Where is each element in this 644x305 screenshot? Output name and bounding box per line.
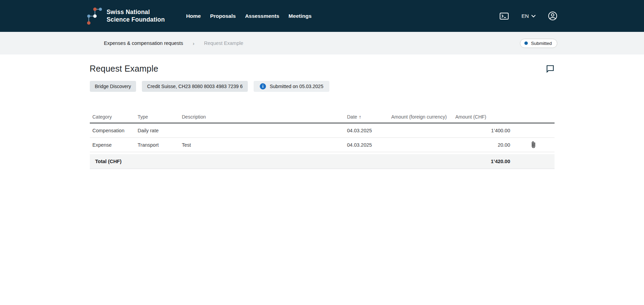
snsf-logo[interactable]: Swiss National Science Foundation (87, 6, 165, 26)
col-header-category: Category (90, 111, 135, 123)
cell-type: Daily rate (135, 128, 179, 133)
breadcrumb-bar: Expenses & compensation requests › Reque… (0, 32, 644, 54)
col-header-date-sortable[interactable]: Date↑ (344, 111, 389, 123)
expenses-request-page: Swiss National Science Foundation Home P… (0, 0, 644, 305)
cell-category: Expense (90, 142, 135, 148)
cell-amount-chf: 1’400.00 (453, 128, 513, 133)
page-title: Request Example (90, 64, 158, 74)
sort-ascending-icon: ↑ (359, 114, 361, 120)
funding-scheme-chip: Bridge Discovery (90, 81, 136, 92)
top-navigation-bar: Swiss National Science Foundation Home P… (0, 0, 644, 32)
cell-date: 04.03.2025 (344, 128, 389, 133)
table-total-row: Total (CHF) 1’420.00 (90, 154, 555, 169)
status-label: Submitted (531, 41, 552, 46)
col-header-amount-foreign: Amount (foreign currency) (389, 111, 453, 123)
comment-icon[interactable] (546, 64, 555, 73)
snsf-logo-text: Swiss National Science Foundation (107, 9, 165, 23)
total-amount-chf: 1’420.00 (453, 159, 513, 164)
cell-amount-chf: 20.00 (453, 142, 513, 148)
cell-category: Compensation (90, 128, 135, 133)
info-icon: i (260, 83, 266, 89)
main-nav: Home Proposals Assessments Meetings (186, 13, 312, 19)
expense-items-table: Category Type Description Date↑ Amount (… (90, 111, 555, 169)
paperclip-icon[interactable] (531, 141, 536, 149)
bank-account-chip: Credit Suisse, CH23 8080 8003 4983 7239 … (142, 81, 248, 92)
cell-attachment (513, 141, 555, 149)
cell-date: 04.03.2025 (344, 142, 389, 148)
breadcrumb-parent-link[interactable]: Expenses & compensation requests (104, 40, 183, 46)
terminal-icon[interactable] (499, 12, 509, 20)
request-detail: Request Example Bridge Discovery Credit … (90, 64, 555, 169)
snsf-logo-icon (87, 6, 103, 26)
breadcrumb-current: Request Example (204, 40, 243, 46)
submitted-info-label: Submitted on 05.03.2025 (270, 84, 323, 89)
top-actions: EN (499, 11, 557, 21)
table-row: Expense Transport Test 04.03.2025 20.00 (90, 138, 555, 152)
language-label: EN (521, 13, 529, 19)
cell-description: Test (179, 142, 344, 148)
col-header-description: Description (179, 111, 344, 123)
request-meta-chips: Bridge Discovery Credit Suisse, CH23 808… (90, 81, 555, 92)
nav-assessments[interactable]: Assessments (245, 13, 279, 19)
nav-meetings[interactable]: Meetings (289, 13, 312, 19)
status-dot-icon (524, 41, 528, 45)
language-selector[interactable]: EN (521, 13, 536, 19)
account-icon[interactable] (548, 11, 557, 21)
nav-proposals[interactable]: Proposals (210, 13, 236, 19)
submitted-info-chip: i Submitted on 05.03.2025 (254, 81, 329, 92)
table-header-row: Category Type Description Date↑ Amount (… (90, 111, 555, 123)
nav-home[interactable]: Home (186, 13, 201, 19)
breadcrumb-chevron-icon: › (193, 40, 194, 46)
table-row: Compensation Daily rate 04.03.2025 1’400… (90, 123, 555, 138)
col-header-attachment (513, 114, 555, 120)
chevron-down-icon (531, 15, 536, 17)
total-label: Total (CHF) (90, 159, 453, 164)
col-header-amount-chf: Amount (CHF) (453, 111, 513, 123)
col-header-type: Type (135, 111, 179, 123)
cell-type: Transport (135, 142, 179, 148)
status-badge: Submitted (520, 39, 557, 48)
